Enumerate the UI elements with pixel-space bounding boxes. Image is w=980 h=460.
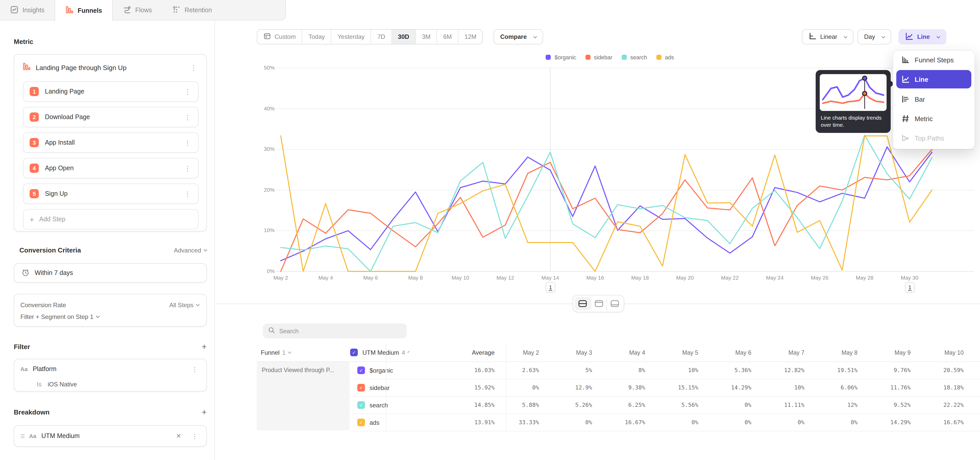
add-step-button[interactable]: + Add Step: [23, 209, 199, 230]
line-chart-icon: [905, 32, 913, 42]
layout-toggle-group: [573, 295, 624, 312]
x-tick: May 4: [310, 275, 341, 281]
step-kebab-icon[interactable]: ⋮: [182, 138, 193, 147]
range-custom[interactable]: Custom: [257, 30, 302, 44]
menu-item-metric[interactable]: Metric: [896, 111, 971, 126]
date-range-picker: CustomTodayYesterday7D30D3M6M12M: [257, 29, 483, 45]
filter-value[interactable]: iOS Native: [48, 381, 77, 388]
interval-selector-button[interactable]: Day: [858, 29, 891, 45]
tab-flows[interactable]: Flows: [113, 0, 162, 21]
x-tick: May 14: [535, 275, 566, 281]
compare-button[interactable]: Compare: [493, 29, 543, 45]
series-checkbox[interactable]: ✓: [357, 384, 365, 391]
funnel-step-4[interactable]: 4App Open⋮: [23, 158, 199, 178]
legend-item-ads[interactable]: ads: [656, 54, 674, 60]
funnel-column-header[interactable]: Funnel1: [257, 343, 350, 362]
add-breakdown-button[interactable]: +: [202, 408, 207, 417]
breakdown-property-name[interactable]: UTM Medium: [41, 433, 168, 439]
metric-heading: Metric: [14, 38, 33, 45]
series-line-ads[interactable]: [281, 136, 932, 272]
filter-operator[interactable]: Is: [37, 381, 41, 388]
range-6m[interactable]: 6M: [437, 30, 458, 44]
annotation-badge[interactable]: 1: [905, 282, 915, 293]
cell-value: 8%: [592, 362, 645, 379]
step-kebab-icon[interactable]: ⋮: [182, 113, 193, 121]
filter-kebab-icon[interactable]: ⋮: [189, 365, 200, 373]
date-column-header: May 6: [698, 343, 751, 362]
range-3m[interactable]: 3M: [416, 30, 437, 44]
add-filter-button[interactable]: +: [202, 342, 207, 351]
table-row-ads[interactable]: ✓ads13.91%33.33%0%16.67%0%0%0%0%14.29%16…: [350, 414, 980, 431]
x-tick: May 10: [445, 275, 476, 281]
conversion-window-button[interactable]: Within 7 days: [14, 263, 207, 283]
tab-insights[interactable]: Insights: [0, 0, 55, 21]
tab-retention[interactable]: Retention: [162, 0, 222, 21]
funnel-step-5[interactable]: 5Sign Up⋮: [23, 184, 199, 204]
table-row-sidebar[interactable]: ✓sidebar15.92%0%12.9%9.38%15.15%14.29%10…: [350, 379, 980, 397]
cell-value: 16.67%: [592, 414, 645, 431]
chart-view-button[interactable]: [590, 297, 606, 310]
cell-value: 0%: [539, 414, 592, 431]
table-header-row: Funnel1 ✓ UTM Medium4 Average May 2May 3…: [257, 343, 980, 362]
funnels-icon: [65, 6, 73, 15]
breakdown-kebab-icon[interactable]: ⋮: [189, 432, 200, 440]
all-steps-dropdown[interactable]: All Steps: [169, 301, 199, 308]
chevron-down-icon: [96, 314, 100, 318]
menu-item-bar[interactable]: Bar: [896, 91, 971, 107]
table-row-search[interactable]: ✓search14.85%5.88%5.26%6.25%5.56%0%11.11…: [350, 397, 980, 414]
tab-funnels[interactable]: Funnels: [55, 0, 113, 21]
filter-segment-row[interactable]: Filter + Segment on Step 1: [21, 311, 199, 323]
x-tick: May 28: [850, 275, 880, 281]
legend-item-organic[interactable]: $organic: [546, 54, 576, 60]
average-value: 13.91%: [386, 414, 506, 431]
conversion-rate-row[interactable]: Conversion Rate All Steps: [21, 299, 199, 311]
menu-item-line[interactable]: Line: [896, 70, 971, 88]
step-number-badge: 3: [30, 138, 39, 147]
menu-item-funnel-steps[interactable]: Funnel Steps: [896, 53, 971, 67]
series-checkbox[interactable]: ✓: [357, 366, 365, 374]
series-line-organic[interactable]: [281, 147, 932, 261]
scale-selector-button[interactable]: Linear: [802, 29, 854, 45]
step-number-badge: 2: [30, 112, 39, 121]
legend-swatch: [656, 55, 662, 60]
cell-value: 5.88%: [506, 396, 539, 414]
mini-line-chart-illustration: [820, 74, 886, 111]
funnel-step-1[interactable]: 1Landing Page⋮: [23, 81, 199, 102]
line-chart-icon: [901, 75, 910, 83]
cell-value: 33.33%: [506, 414, 539, 431]
step-number-badge: 5: [30, 189, 39, 198]
range-7d[interactable]: 7D: [371, 30, 392, 44]
annotation-badge[interactable]: 1: [546, 282, 555, 293]
funnel-step-3[interactable]: 3App Install⋮: [23, 133, 199, 153]
chart-type-button[interactable]: Line: [898, 29, 946, 45]
drag-handle-icon[interactable]: ☰: [21, 433, 25, 439]
step-kebab-icon[interactable]: ⋮: [182, 189, 193, 198]
range-yesterday[interactable]: Yesterday: [331, 30, 371, 44]
split-view-button[interactable]: [575, 297, 590, 310]
date-column-header: May 2: [506, 343, 539, 362]
search-input[interactable]: [279, 327, 391, 334]
series-checkbox[interactable]: ✓: [357, 418, 365, 426]
table-row-organic[interactable]: ✓$organic16.03%2.63%5%8%10%5.36%12.82%19…: [350, 362, 980, 379]
funnel-name-cell[interactable]: Product Viewed through P...: [257, 362, 350, 430]
series-line-search[interactable]: [281, 135, 932, 272]
date-column-header: May 5: [645, 343, 698, 362]
range-today[interactable]: Today: [302, 30, 331, 44]
select-all-checkbox[interactable]: ✓: [350, 348, 358, 356]
remove-breakdown-icon[interactable]: ✕: [173, 431, 184, 441]
breakdown-column-header[interactable]: ✓ UTM Medium4: [350, 343, 386, 362]
cell-value: 0%: [751, 414, 804, 431]
funnel-step-2[interactable]: 2Download Page⋮: [23, 107, 199, 127]
range-30d[interactable]: 30D: [392, 30, 416, 44]
legend-item-search[interactable]: search: [622, 54, 647, 60]
step-kebab-icon[interactable]: ⋮: [182, 164, 193, 172]
series-checkbox[interactable]: ✓: [357, 401, 365, 409]
step-kebab-icon[interactable]: ⋮: [182, 87, 193, 96]
advanced-dropdown[interactable]: Advanced: [174, 247, 207, 254]
range-12m[interactable]: 12M: [458, 30, 483, 44]
legend-item-sidebar[interactable]: sidebar: [585, 54, 612, 60]
filter-property-name[interactable]: Platform: [33, 366, 184, 372]
legend-swatch: [622, 55, 627, 60]
funnel-kebab-icon[interactable]: ⋮: [188, 63, 199, 72]
table-view-button[interactable]: [606, 297, 622, 310]
